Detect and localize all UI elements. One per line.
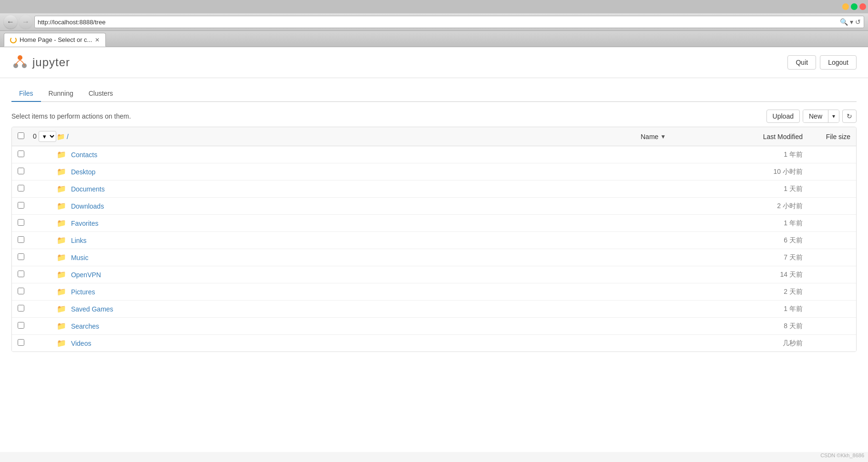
row-modified: 14 天前 — [717, 271, 803, 279]
maximize-btn[interactable] — [851, 3, 858, 10]
header-modified-label: Last Modified — [763, 133, 803, 141]
tab-close-button[interactable]: ✕ — [95, 37, 100, 43]
folder-icon: 📁 — [57, 253, 66, 261]
tab-clusters[interactable]: Clusters — [81, 86, 121, 102]
tab-files[interactable]: Files — [11, 86, 41, 102]
header-name-label: Name — [641, 133, 658, 141]
file-link-0[interactable]: Contacts — [71, 151, 97, 159]
folder-icon: 📁 — [57, 339, 66, 347]
file-link-5[interactable]: Links — [71, 237, 87, 244]
forward-button[interactable]: → — [19, 15, 32, 29]
row-checkbox-10[interactable] — [18, 322, 24, 329]
select-count: 0 — [33, 132, 37, 140]
row-name-cell: 📁 Videos — [57, 339, 641, 348]
row-modified: 7 天前 — [717, 253, 803, 262]
refresh-button[interactable]: ↻ — [842, 110, 857, 123]
tab-spinner-icon — [10, 37, 17, 43]
table-row: 📁 Downloads 2 小时前 — [12, 198, 856, 215]
row-checkbox-8[interactable] — [18, 288, 24, 294]
row-checkbox-0[interactable] — [18, 151, 24, 157]
table-row: 📁 OpenVPN 14 天前 — [12, 266, 856, 283]
back-button[interactable]: ← — [4, 15, 17, 29]
row-modified: 6 天前 — [717, 236, 803, 245]
new-button-group: New ▾ — [803, 110, 839, 123]
address-bar-container: 🔍 ▾ ↺ — [34, 16, 864, 28]
toolbar: Select items to perform actions on them.… — [11, 110, 857, 123]
file-link-10[interactable]: Searches — [71, 322, 99, 330]
header-name[interactable]: Name ▼ — [641, 133, 717, 141]
browser-toolbar: ← → 🔍 ▾ ↺ — [0, 13, 868, 31]
file-link-6[interactable]: Music — [71, 254, 89, 261]
row-checkbox-7[interactable] — [18, 271, 24, 277]
file-link-9[interactable]: Saved Games — [71, 305, 113, 313]
row-name-cell: 📁 Documents — [57, 184, 641, 193]
row-check — [18, 168, 33, 176]
breadcrumb-folder[interactable]: 📁 / — [57, 133, 69, 141]
file-link-1[interactable]: Desktop — [71, 168, 95, 176]
file-link-3[interactable]: Downloads — [71, 202, 104, 210]
row-checkbox-2[interactable] — [18, 185, 24, 191]
file-link-7[interactable]: OpenVPN — [71, 271, 101, 279]
file-tabs: Files Running Clusters — [11, 86, 857, 102]
folder-icon: 📁 — [57, 151, 66, 159]
row-modified: 1 年前 — [717, 305, 803, 313]
jupyter-logo: jupyter — [11, 54, 70, 71]
select-all-checkbox[interactable] — [18, 132, 24, 139]
file-link-2[interactable]: Documents — [71, 185, 105, 193]
row-checkbox-5[interactable] — [18, 236, 24, 243]
folder-icon: 📁 — [57, 133, 65, 141]
header-modified[interactable]: Last Modified — [717, 133, 803, 141]
file-rows: 📁 Contacts 1 年前 📁 Desktop 10 小时前 — [12, 146, 856, 352]
address-bar[interactable] — [38, 19, 838, 26]
row-name-cell: 📁 Desktop — [57, 167, 641, 176]
new-button[interactable]: New — [803, 110, 828, 122]
file-table-header: 0 ▾ 📁 / Name ▼ Last Modified — [12, 127, 856, 146]
folder-icon: 📁 — [57, 219, 66, 227]
table-row: 📁 Desktop 10 小时前 — [12, 163, 856, 181]
folder-icon: 📁 — [57, 322, 66, 330]
dropdown-icon[interactable]: ▾ — [850, 18, 853, 26]
search-icon: 🔍 — [840, 18, 848, 26]
table-row: 📁 Favorites 1 年前 — [12, 215, 856, 232]
table-row: 📁 Saved Games 1 年前 — [12, 301, 856, 318]
table-row: 📁 Searches 8 天前 — [12, 318, 856, 335]
minimize-btn[interactable] — [842, 3, 849, 10]
titlebar — [0, 0, 868, 13]
row-check — [18, 185, 33, 193]
jupyter-logo-icon — [11, 54, 29, 71]
header-filesize[interactable]: File size — [803, 133, 850, 141]
table-row: 📁 Contacts 1 年前 — [12, 146, 856, 163]
upload-button[interactable]: Upload — [766, 110, 800, 123]
row-checkbox-4[interactable] — [18, 219, 24, 226]
row-check — [18, 236, 33, 244]
logout-button[interactable]: Logout — [820, 55, 857, 70]
new-dropdown-button[interactable]: ▾ — [828, 110, 839, 122]
table-row: 📁 Documents 1 天前 — [12, 181, 856, 198]
row-name-cell: 📁 Saved Games — [57, 304, 641, 313]
folder-icon: 📁 — [57, 236, 66, 244]
row-check — [18, 219, 33, 227]
quit-button[interactable]: Quit — [787, 55, 816, 70]
select-dropdown[interactable]: ▾ — [39, 131, 56, 142]
tab-label: Home Page - Select or c... — [20, 36, 92, 43]
row-checkbox-9[interactable] — [18, 305, 24, 311]
row-checkbox-11[interactable] — [18, 339, 24, 346]
jupyter-logo-text: jupyter — [32, 56, 70, 69]
file-link-8[interactable]: Pictures — [71, 288, 95, 296]
file-link-11[interactable]: Videos — [71, 340, 92, 347]
refresh-icon[interactable]: ↺ — [855, 18, 861, 26]
file-link-4[interactable]: Favorites — [71, 220, 99, 227]
row-check — [18, 202, 33, 210]
row-modified: 8 天前 — [717, 322, 803, 331]
row-checkbox-3[interactable] — [18, 202, 24, 209]
row-name-cell: 📁 Downloads — [57, 201, 641, 211]
file-table: 0 ▾ 📁 / Name ▼ Last Modified — [11, 127, 857, 352]
row-check — [18, 253, 33, 261]
close-btn[interactable] — [859, 3, 866, 10]
tab-running[interactable]: Running — [41, 86, 81, 102]
browser-tab-active[interactable]: Home Page - Select or c... ✕ — [4, 33, 106, 47]
folder-icon: 📁 — [57, 168, 66, 176]
row-checkbox-1[interactable] — [18, 168, 24, 174]
watermark: CSDN ©Kkh_8686 — [820, 452, 864, 458]
row-checkbox-6[interactable] — [18, 253, 24, 260]
